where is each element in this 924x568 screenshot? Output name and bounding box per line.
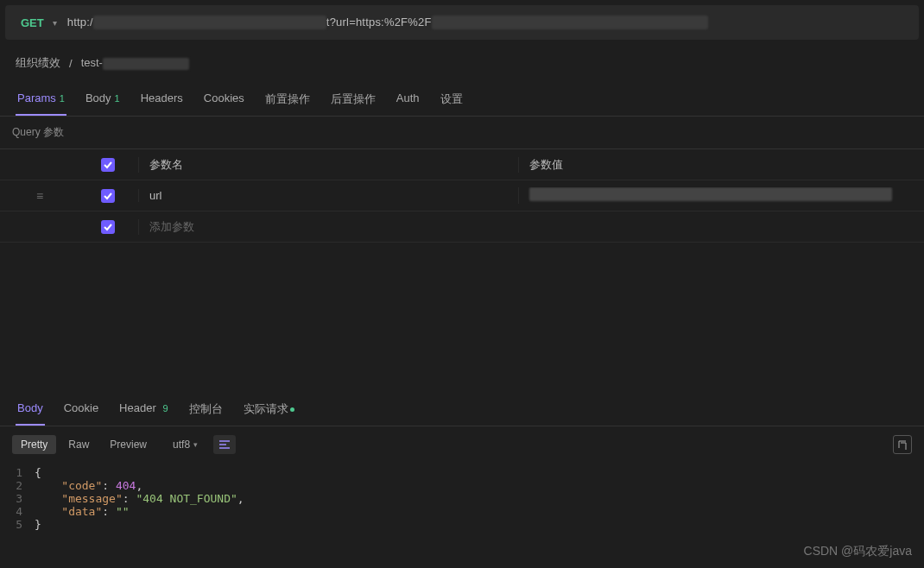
tab-response-actual[interactable]: 实际请求 (242, 396, 296, 426)
breadcrumb-separator: / (69, 57, 73, 70)
column-header-value: 参数值 (518, 157, 924, 173)
query-section-title: Query 参数 (0, 117, 924, 148)
chevron-down-icon: ▾ (193, 440, 198, 449)
view-mode-pretty[interactable]: Pretty (12, 435, 56, 454)
view-mode-preview[interactable]: Preview (101, 435, 155, 454)
tab-post-request[interactable]: 后置操作 (329, 86, 377, 116)
breadcrumb-item[interactable]: 组织绩效 (16, 55, 60, 71)
param-checkbox[interactable] (101, 220, 115, 234)
param-name-input[interactable]: url (138, 189, 518, 202)
tab-response-header[interactable]: Header 9 (117, 396, 169, 426)
encoding-select[interactable]: utf8 ▾ (166, 435, 205, 454)
tab-cookies[interactable]: Cookies (202, 86, 246, 116)
tab-pre-request[interactable]: 前置操作 (263, 86, 312, 116)
chevron-down-icon[interactable]: ▾ (53, 18, 57, 28)
http-method-select[interactable]: GET (12, 16, 53, 29)
query-param-table: 参数名 参数值 ≡ url 添加参数 (0, 148, 924, 243)
tab-headers[interactable]: Headers (139, 86, 185, 116)
tab-body[interactable]: Body1 (84, 86, 122, 116)
breadcrumb-item[interactable]: test- (81, 56, 189, 70)
view-mode-raw[interactable]: Raw (60, 435, 98, 454)
tab-auth[interactable]: Auth (395, 86, 421, 116)
tab-settings[interactable]: 设置 (439, 86, 465, 116)
response-view-toolbar: Pretty Raw Preview utf8 ▾ (0, 426, 924, 463)
add-param-input[interactable]: 添加参数 (138, 219, 518, 235)
indicator-dot-icon (290, 407, 294, 412)
drag-handle-icon[interactable]: ≡ (36, 189, 41, 203)
breadcrumb: 组织绩效 / test- (0, 40, 924, 81)
response-body-code[interactable]: 1{ 2 "code": 404, 3 "message": "404 NOT_… (0, 463, 924, 534)
param-add-row: 添加参数 (0, 211, 924, 243)
request-url-input[interactable]: http:/t?url=https:%2F%2F (67, 16, 708, 30)
column-header-name: 参数名 (138, 157, 518, 173)
tab-response-console[interactable]: 控制台 (187, 396, 225, 426)
request-url-bar: GET ▾ http:/t?url=https:%2F%2F (5, 5, 919, 40)
watermark-text: CSDN @码农爱java (804, 544, 912, 559)
param-checkbox[interactable] (101, 189, 115, 203)
tab-params[interactable]: Params1 (16, 86, 66, 116)
param-header-row: 参数名 参数值 (0, 149, 924, 180)
format-icon[interactable] (213, 435, 236, 454)
param-row: ≡ url (0, 180, 924, 211)
request-tabs: Params1 Body1 Headers Cookies 前置操作 后置操作 … (0, 81, 924, 117)
copy-icon[interactable] (893, 435, 912, 454)
response-tabs: Body Cookie Header 9 控制台 实际请求 (0, 391, 924, 426)
param-value-input[interactable] (518, 187, 924, 204)
tab-response-cookie[interactable]: Cookie (62, 396, 100, 426)
tab-response-body[interactable]: Body (16, 396, 45, 426)
select-all-checkbox[interactable] (101, 158, 115, 172)
